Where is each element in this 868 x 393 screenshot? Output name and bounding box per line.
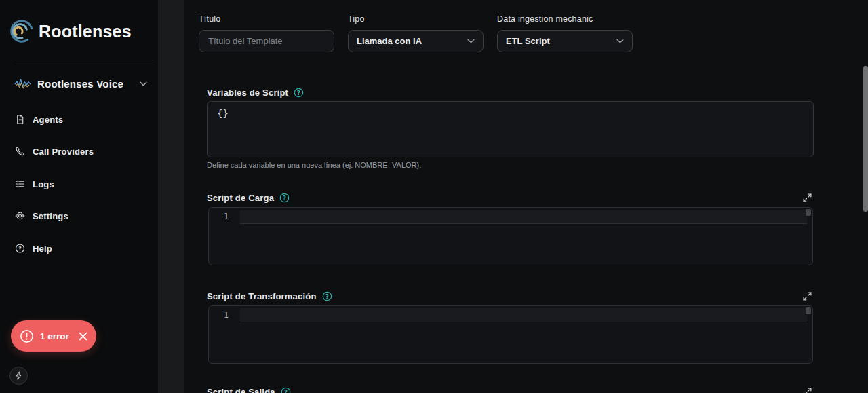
script-transformacion-editor[interactable]: 1	[208, 305, 813, 364]
editor-scrollbar[interactable]	[806, 209, 811, 216]
gear-icon	[15, 210, 25, 221]
tipo-select-value: Llamada con IA	[357, 36, 467, 46]
chevron-down-icon	[616, 39, 624, 43]
ingestion-label: Data ingestion mechanic	[497, 14, 593, 24]
script-transformacion-label: Script de Transformación	[207, 291, 317, 301]
svg-text:?: ?	[326, 293, 329, 300]
tipo-label: Tipo	[348, 14, 365, 24]
sidebar-divider	[14, 60, 153, 60]
svg-text:?: ?	[283, 195, 286, 202]
rootlenses-logo-icon	[9, 18, 35, 44]
sidebar-item-agents[interactable]: Agents	[15, 113, 144, 126]
help-tooltip-icon[interactable]: ?	[294, 88, 304, 98]
editor-active-line	[240, 210, 807, 224]
editor-active-line	[240, 308, 807, 322]
app-window: Rootlenses Rootlenses Voice Agents	[0, 0, 868, 393]
ingestion-select[interactable]: ETL Script	[497, 30, 633, 52]
page-scrollbar-thumb[interactable]	[863, 66, 868, 212]
help-tooltip-icon[interactable]: ?	[279, 193, 290, 203]
waveform-icon	[14, 77, 31, 90]
svg-text:?: ?	[297, 90, 300, 96]
sidebar-item-label: Agents	[33, 115, 63, 125]
script-carga-label: Script de Carga	[207, 193, 274, 203]
workspace-label: Rootlenses Voice	[37, 78, 140, 90]
expand-icon[interactable]	[802, 192, 812, 203]
sidebar: Rootlenses Rootlenses Voice Agents	[0, 0, 158, 393]
titulo-input[interactable]	[199, 30, 334, 52]
svg-text:?: ?	[18, 246, 22, 252]
sidebar-item-settings[interactable]: Settings	[15, 210, 144, 222]
variables-helper-text: Define cada variable en una nueva línea …	[207, 161, 421, 169]
bolt-button[interactable]	[9, 367, 28, 385]
help-circle-icon: ?	[15, 243, 25, 254]
script-carga-editor[interactable]: 1	[208, 207, 813, 265]
titulo-label: Título	[199, 14, 220, 24]
variables-label: Variables de Script	[207, 88, 288, 98]
ingestion-select-value: ETL Script	[506, 36, 616, 46]
svg-text:?: ?	[284, 389, 288, 393]
logo[interactable]: Rootlenses	[9, 18, 132, 44]
chevron-down-icon	[467, 39, 475, 43]
script-salida-label: Script de Salida	[207, 387, 275, 393]
content-gutter	[158, 0, 184, 393]
close-icon[interactable]	[79, 332, 87, 341]
sidebar-item-call-providers[interactable]: Call Providers	[15, 145, 144, 157]
expand-icon[interactable]	[802, 291, 812, 301]
help-tooltip-icon[interactable]: ?	[322, 291, 332, 301]
chevron-down-icon	[140, 81, 147, 86]
sidebar-item-label: Help	[33, 244, 52, 254]
sidebar-item-help[interactable]: ? Help	[15, 242, 144, 255]
list-icon	[15, 179, 25, 189]
editor-line-number: 1	[224, 310, 229, 320]
tipo-select[interactable]: Llamada con IA	[348, 30, 484, 52]
alert-circle-icon	[20, 329, 34, 343]
sidebar-item-label: Logs	[33, 179, 54, 189]
error-badge-label: 1 error	[40, 331, 69, 341]
editor-line-number: 1	[224, 212, 229, 221]
phone-icon	[15, 146, 25, 157]
help-tooltip-icon[interactable]: ?	[281, 387, 291, 393]
document-icon	[15, 114, 25, 125]
expand-icon[interactable]	[802, 386, 812, 393]
template-form: Título Tipo Llamada con IA Data ingestio…	[184, 0, 868, 393]
editor-scrollbar[interactable]	[806, 307, 811, 314]
logo-text: Rootlenses	[39, 22, 132, 41]
sidebar-item-logs[interactable]: Logs	[15, 178, 144, 190]
sidebar-workspace-toggle[interactable]: Rootlenses Voice	[14, 75, 147, 92]
sidebar-item-label: Settings	[33, 211, 68, 221]
variables-textarea[interactable]: {}	[207, 101, 814, 157]
lightning-icon	[14, 371, 23, 380]
error-badge[interactable]: 1 error	[11, 320, 96, 352]
sidebar-item-label: Call Providers	[33, 147, 94, 157]
